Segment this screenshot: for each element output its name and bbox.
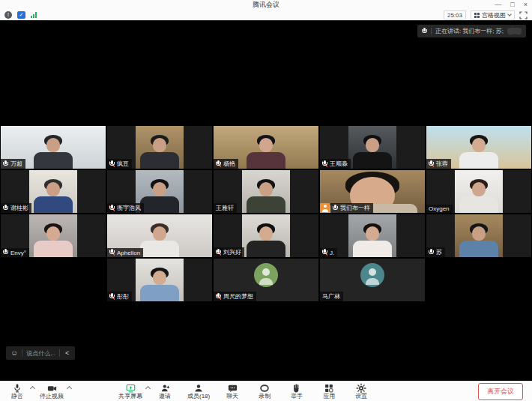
person-body bbox=[247, 152, 285, 169]
emoji-icon[interactable]: ☺ bbox=[10, 349, 18, 357]
participant-label-row: 万超 bbox=[1, 159, 25, 169]
toolbar-button-stop-video[interactable]: 停止视频 bbox=[40, 383, 64, 400]
speaking-toast: 正在讲话: 我们布一样; 苏; bbox=[417, 25, 526, 37]
toolbar-label: 聊天 bbox=[226, 394, 238, 400]
person-face bbox=[259, 226, 273, 241]
toolbar-label: 举手 bbox=[291, 394, 303, 400]
mic-status-icon bbox=[109, 293, 115, 301]
members-icon bbox=[193, 383, 204, 393]
person-body bbox=[247, 196, 285, 213]
participant-tile[interactable]: 张蓉 bbox=[426, 126, 531, 169]
mic-status-icon bbox=[322, 249, 327, 256]
close-icon[interactable]: × bbox=[524, 0, 528, 10]
participant-tile[interactable]: 我们布一样 bbox=[320, 170, 425, 213]
window-title: 腾讯会议 bbox=[253, 0, 279, 10]
toolbar-button-settings[interactable]: 设置 bbox=[351, 383, 371, 400]
participant-label-row: 谢桂彬 bbox=[1, 203, 31, 213]
participant-tile[interactable]: 衡宇浩风 bbox=[107, 170, 212, 213]
person-body bbox=[140, 152, 179, 169]
participant-name: 马广林 bbox=[322, 292, 340, 301]
person-face bbox=[366, 226, 379, 241]
toolbar-button-members[interactable]: 成员(18) bbox=[187, 383, 210, 400]
chevron-up-icon[interactable] bbox=[67, 386, 72, 391]
mic-icon bbox=[12, 383, 22, 393]
app-window: 腾讯会议 — □ × ! ✓ 25:03 宫格视图 正在讲话: 我们 bbox=[0, 0, 532, 401]
meeting-info-icon[interactable]: ! bbox=[4, 11, 12, 19]
divider bbox=[59, 349, 60, 357]
fullscreen-icon[interactable] bbox=[519, 11, 528, 19]
chat-input-placeholder[interactable]: 说点什么... bbox=[26, 349, 55, 358]
participant-tile[interactable]: 彤彤 bbox=[107, 259, 212, 301]
person-body bbox=[459, 152, 498, 169]
chevron-up-icon[interactable] bbox=[145, 386, 151, 391]
participant-name: Envy° bbox=[10, 250, 26, 256]
participant-name: 谢桂彬 bbox=[10, 204, 28, 212]
participant-name: 杨艳 bbox=[223, 160, 235, 168]
participant-label-row: 王雅轩 bbox=[214, 203, 237, 213]
participant-tile[interactable]: 谢桂彬 bbox=[1, 170, 106, 213]
settings-icon bbox=[356, 383, 366, 393]
minimize-icon[interactable]: — bbox=[495, 0, 501, 10]
participant-label-row: 苏 bbox=[426, 247, 445, 257]
chevron-down-icon bbox=[507, 12, 512, 16]
person-body bbox=[140, 241, 179, 257]
person-face bbox=[472, 138, 486, 152]
collapse-chat-icon[interactable]: < bbox=[64, 349, 70, 357]
participant-label-row: Aphelion bbox=[107, 248, 143, 257]
chat-quick-bar[interactable]: ☺ 说点什么... < bbox=[6, 346, 75, 360]
participant-tile[interactable]: Oxygen bbox=[426, 170, 531, 213]
participant-label-row: Envy° bbox=[1, 248, 29, 257]
participant-label-row: 周尺的梦想 bbox=[214, 292, 256, 301]
titlebar: 腾讯会议 — □ × bbox=[0, 0, 532, 10]
person-figure bbox=[348, 214, 396, 257]
toolbar-button-chat[interactable]: 聊天 bbox=[223, 383, 242, 400]
person-face bbox=[46, 138, 60, 152]
meeting-timer: 25:03 bbox=[444, 10, 466, 19]
participant-tile[interactable]: 杨艳 bbox=[214, 126, 318, 169]
person-face bbox=[46, 226, 60, 241]
toolbar-button-share-screen[interactable]: 共享屏幕 bbox=[118, 383, 142, 400]
mic-status-icon bbox=[429, 249, 434, 256]
participant-tile[interactable]: 王顺淼 bbox=[320, 126, 425, 169]
participant-tile[interactable]: Envy° bbox=[1, 214, 106, 257]
person-body bbox=[459, 241, 498, 257]
participant-name: 我们布一样 bbox=[340, 204, 370, 212]
chat-icon bbox=[227, 383, 238, 393]
toolbar-button-record[interactable]: 录制 bbox=[255, 383, 274, 400]
participant-tile[interactable]: Aphelion bbox=[107, 214, 212, 257]
participant-video bbox=[242, 214, 290, 257]
leave-meeting-button[interactable]: 离开会议 bbox=[478, 383, 523, 400]
toolbar-button-mute[interactable]: 静音 bbox=[7, 383, 27, 400]
toolbar-label: 设置 bbox=[355, 394, 367, 400]
person-figure bbox=[29, 170, 77, 213]
participant-name: 疯豆 bbox=[117, 160, 129, 168]
participant-tile[interactable]: 万超 bbox=[1, 126, 106, 169]
person-body bbox=[34, 241, 73, 257]
participant-tile[interactable]: 疯豆 bbox=[107, 126, 212, 169]
participant-tile[interactable]: 王雅轩 bbox=[214, 170, 318, 213]
participant-label-row: 马广林 bbox=[320, 292, 343, 301]
participant-tile[interactable]: 刘兴好 bbox=[214, 214, 318, 257]
mic-status-icon bbox=[3, 249, 8, 256]
video-area: 正在讲话: 我们布一样; 苏; 万超 bbox=[0, 21, 532, 381]
participant-video bbox=[455, 214, 503, 257]
toolbar-button-invite[interactable]: 邀请 bbox=[155, 383, 175, 400]
toolbar-button-apps[interactable]: 应用 bbox=[319, 383, 339, 400]
person-body bbox=[247, 241, 285, 257]
view-mode-button[interactable]: 宫格视图 bbox=[471, 10, 515, 19]
participant-tile[interactable]: 周尺的梦想 bbox=[214, 259, 318, 301]
participant-name: 王顺淼 bbox=[330, 160, 348, 168]
participant-name: Aphelion bbox=[117, 250, 140, 256]
maximize-icon[interactable]: □ bbox=[510, 0, 514, 10]
participant-tile[interactable]: J. bbox=[320, 214, 425, 257]
person-face bbox=[46, 182, 60, 196]
person-figure bbox=[136, 259, 184, 301]
chevron-up-icon[interactable] bbox=[30, 386, 35, 391]
participant-tile[interactable]: 苏 bbox=[426, 214, 531, 257]
security-shield-icon[interactable]: ✓ bbox=[17, 11, 25, 19]
participant-avatar bbox=[360, 263, 384, 287]
toolbar-button-raise-hand[interactable]: 举手 bbox=[287, 383, 306, 400]
mic-status-icon bbox=[429, 160, 434, 168]
participant-tile[interactable]: 马广林 bbox=[320, 259, 425, 301]
participant-avatar bbox=[254, 263, 278, 287]
